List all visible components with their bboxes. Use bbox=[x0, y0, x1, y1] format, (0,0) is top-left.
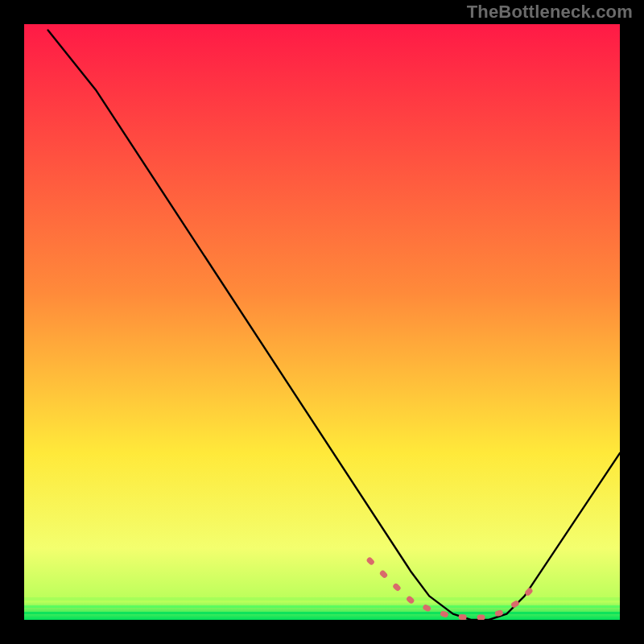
bottleneck-chart bbox=[0, 0, 644, 644]
strata-3 bbox=[24, 612, 620, 614]
strata-2 bbox=[24, 605, 620, 608]
gradient-plot-bg bbox=[24, 24, 620, 620]
strata-1 bbox=[24, 597, 620, 601]
watermark-text: TheBottleneck.com bbox=[467, 2, 633, 23]
chart-frame: TheBottleneck.com bbox=[0, 0, 644, 644]
